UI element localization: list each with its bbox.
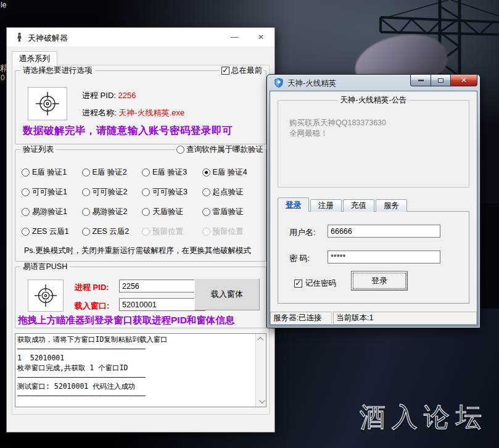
push-pid-input[interactable] <box>119 280 205 292</box>
tab-service[interactable]: 服务 <box>376 199 407 212</box>
radio-icon[interactable] <box>22 168 30 176</box>
radio-icon <box>202 228 210 236</box>
radio-icon[interactable] <box>82 168 90 176</box>
chevron-down-icon <box>259 397 265 404</box>
verify-radio-1[interactable]: E盾 验证2 <box>82 167 142 178</box>
verify-radio-10[interactable]: 天盾验证 <box>142 207 202 217</box>
radio-icon[interactable] <box>82 188 90 196</box>
verify-radio-4[interactable]: 可可验证1 <box>22 187 82 197</box>
verify-radio-label: 雷盾验证 <box>213 207 244 217</box>
query-verification-radio[interactable]: 查询软件属于哪款验证 <box>175 144 265 154</box>
minimize-button[interactable] <box>410 75 431 86</box>
announcement-group: 天神-火线精英-公告 购买联系天神QQ183373630 全网最稳！ <box>278 100 469 188</box>
push-window-label: 载入窗口: <box>75 301 109 312</box>
password-input[interactable] <box>328 251 440 263</box>
verify-radio-6[interactable]: 可可验证3 <box>142 187 202 197</box>
tab-login[interactable]: 登录 <box>278 197 309 212</box>
always-on-top-label: 总在最前 <box>231 65 262 75</box>
verify-radio-2[interactable]: E盾 验证3 <box>142 167 202 178</box>
verify-radio-12[interactable]: ZES 云盾1 <box>22 226 82 237</box>
cracker-window: 天神破解器 — ✕ 通杀系列 请选择您要进行选项 总在最前 <box>6 27 275 433</box>
username-input[interactable] <box>328 225 440 238</box>
radio-icon[interactable] <box>202 208 210 216</box>
crosshair-drag-source[interactable] <box>28 87 67 120</box>
options-group-legend: 请选择您要进行选项 <box>20 65 95 75</box>
close-button[interactable]: ✕ <box>451 75 477 86</box>
minimize-button[interactable]: — <box>221 28 247 46</box>
verify-radio-label: 预留位置 <box>213 226 244 237</box>
tab-register[interactable]: 注册 <box>310 199 342 212</box>
push-window-input[interactable] <box>119 298 205 311</box>
login-button[interactable]: 登录 <box>351 271 408 291</box>
cracker-tab-page: 请选择您要进行选项 总在最前 进程 <box>12 65 270 415</box>
login-status-bar: 服务器:已连接 当前版本:1 <box>270 312 477 325</box>
radio-icon[interactable] <box>176 146 184 154</box>
radio-icon[interactable] <box>22 208 30 216</box>
cracker-app-icon <box>15 32 24 42</box>
verification-radio-grid: E盾 验证1 E盾 验证2 E盾 验证3 E盾 验证4 可可验证1 可可验证2 … <box>22 162 262 241</box>
options-group: 请选择您要进行选项 总在最前 进程 <box>15 70 266 144</box>
radio-icon[interactable] <box>202 188 210 196</box>
crosshair-drag-source[interactable] <box>28 280 64 312</box>
maximize-button[interactable] <box>431 75 451 86</box>
push-group: 易语言PUSH 进程 PID: 载入窗口: 载 <box>15 267 266 328</box>
username-label: 用户名: <box>289 227 316 238</box>
radio-icon[interactable] <box>142 168 150 176</box>
close-button[interactable]: ✕ <box>247 28 274 46</box>
cracker-titlebar[interactable]: 天神破解器 — ✕ <box>7 28 274 46</box>
login-tab-strip: 登录 注册 充值 服务 <box>278 197 408 212</box>
always-on-top-checkbox[interactable]: 总在最前 <box>220 65 263 75</box>
scroll-up-button[interactable] <box>256 334 266 344</box>
process-pid-label: 进程 PID: <box>82 91 118 100</box>
log-output-box[interactable]: 获取成功，请将下方窗口ID复制粘贴到载入窗口 —————————————————… <box>15 333 266 407</box>
checkbox-icon[interactable] <box>221 67 229 75</box>
login-tab-panel: 用户名: 密 码: 记住密码 登录 <box>278 211 469 304</box>
verify-radio-0[interactable]: E盾 验证1 <box>22 167 82 178</box>
radio-icon[interactable] <box>142 188 150 196</box>
announcement-legend: 天神-火线精英-公告 <box>337 95 409 105</box>
minimize-icon <box>418 80 424 81</box>
verify-radio-7[interactable]: 起点验证 <box>202 187 263 197</box>
verify-radio-13[interactable]: ZES 云盾2 <box>82 226 142 237</box>
checkbox-icon[interactable] <box>294 280 302 288</box>
radio-icon[interactable] <box>202 168 210 176</box>
verify-radio-label: 易游验证2 <box>93 207 128 217</box>
push-pid-label: 进程 PID: <box>75 282 109 293</box>
verify-radio-11[interactable]: 雷盾验证 <box>202 207 263 217</box>
verify-radio-3[interactable]: E盾 验证4 <box>202 167 263 178</box>
caption-buttons: ✕ <box>410 75 477 86</box>
process-name-value: 天神-火线精英.exe <box>118 108 184 117</box>
announcement-line: 购买联系天神QQ183373630 <box>289 118 386 128</box>
radio-icon[interactable] <box>82 228 90 236</box>
server-status: 服务器:已连接 <box>270 312 332 325</box>
cracker-window-title: 天神破解器 <box>28 33 68 44</box>
tab-tongsha-series[interactable]: 通杀系列 <box>12 51 57 65</box>
verify-radio-label: E盾 验证4 <box>213 167 247 178</box>
verify-radio-label: 可可验证2 <box>93 187 128 197</box>
tab-recharge[interactable]: 充值 <box>343 199 374 212</box>
push-group-legend: 易语言PUSH <box>20 262 70 272</box>
radio-icon[interactable] <box>142 208 150 216</box>
load-window-button[interactable]: 载入窗体 <box>194 278 260 310</box>
scroll-down-button[interactable] <box>256 396 266 407</box>
radio-icon[interactable] <box>22 188 30 196</box>
verify-radio-label: 预留位置 <box>152 226 183 237</box>
version-status: 当前版本:1 <box>333 312 477 325</box>
log-scrollbar[interactable] <box>255 334 266 407</box>
maximize-icon <box>438 78 443 83</box>
login-titlebar[interactable]: 天神-火线精英 ✕ <box>267 75 480 91</box>
login-client-area: 天神-火线精英-公告 购买联系天神QQ183373630 全网最稳！ 登录 注册… <box>270 91 477 325</box>
close-icon: ✕ <box>461 77 467 84</box>
verify-radio-9[interactable]: 易游验证2 <box>82 207 142 217</box>
remember-password-checkbox[interactable]: 记住密码 <box>294 278 336 289</box>
radio-icon[interactable] <box>22 228 30 236</box>
verify-radio-label: 起点验证 <box>213 187 244 197</box>
verify-radio-label: 易游验证1 <box>32 207 67 217</box>
chevron-up-icon <box>257 337 263 343</box>
verify-radio-5[interactable]: 可可验证2 <box>82 187 142 197</box>
verify-radio-8[interactable]: 易游验证1 <box>22 207 82 217</box>
verify-radio-14: 预留位置 <box>142 226 202 237</box>
login-app-icon <box>274 78 284 88</box>
radio-icon[interactable] <box>82 208 90 216</box>
process-name-label: 进程名称: <box>82 108 118 117</box>
